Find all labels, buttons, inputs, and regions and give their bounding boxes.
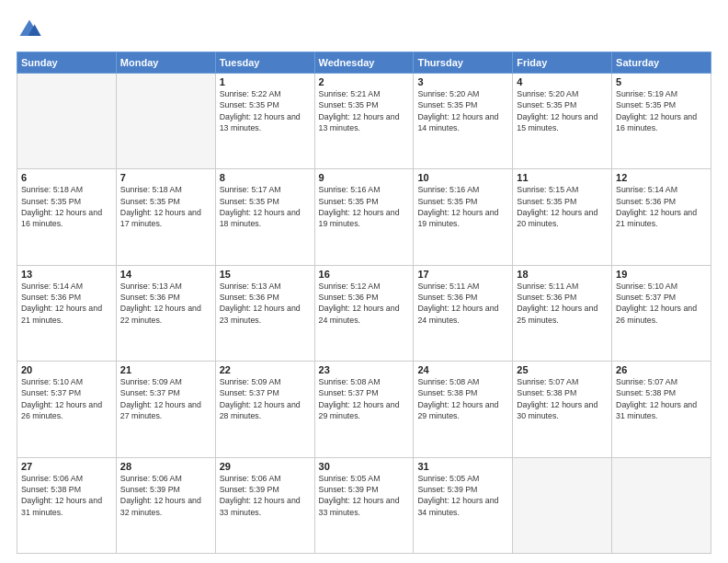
calendar-day-cell: [17, 74, 117, 169]
day-number: 11: [517, 172, 608, 183]
calendar-day-cell: 5Sunrise: 5:19 AM Sunset: 5:35 PM Daylig…: [612, 74, 711, 169]
day-info: Sunrise: 5:05 AM Sunset: 5:39 PM Dayligh…: [319, 473, 410, 518]
calendar-day-cell: 28Sunrise: 5:06 AM Sunset: 5:39 PM Dayli…: [116, 457, 215, 553]
day-number: 7: [120, 172, 211, 183]
day-info: Sunrise: 5:14 AM Sunset: 5:36 PM Dayligh…: [21, 281, 112, 326]
calendar-day-cell: 8Sunrise: 5:17 AM Sunset: 5:35 PM Daylig…: [215, 169, 314, 265]
day-info: Sunrise: 5:15 AM Sunset: 5:35 PM Dayligh…: [517, 184, 608, 229]
calendar-day-cell: 22Sunrise: 5:09 AM Sunset: 5:37 PM Dayli…: [215, 362, 314, 457]
day-number: 25: [517, 364, 608, 375]
calendar-week-row: 6Sunrise: 5:18 AM Sunset: 5:35 PM Daylig…: [17, 169, 711, 265]
day-number: 21: [120, 364, 211, 375]
day-number: 3: [417, 76, 508, 87]
day-number: 19: [616, 269, 707, 280]
calendar-day-cell: 14Sunrise: 5:13 AM Sunset: 5:36 PM Dayli…: [116, 265, 215, 361]
day-number: 26: [616, 364, 707, 375]
day-number: 15: [220, 269, 311, 280]
day-number: 2: [319, 76, 410, 87]
calendar-day-cell: 7Sunrise: 5:18 AM Sunset: 5:35 PM Daylig…: [116, 169, 215, 265]
day-info: Sunrise: 5:08 AM Sunset: 5:37 PM Dayligh…: [319, 376, 410, 421]
day-info: Sunrise: 5:18 AM Sunset: 5:35 PM Dayligh…: [21, 184, 112, 229]
day-of-week-header: Friday: [513, 52, 612, 74]
header: [17, 17, 711, 42]
day-of-week-header: Saturday: [612, 52, 711, 74]
day-of-week-header: Monday: [116, 52, 215, 74]
calendar-day-cell: 15Sunrise: 5:13 AM Sunset: 5:36 PM Dayli…: [215, 265, 314, 361]
logo-icon: [17, 17, 42, 42]
day-info: Sunrise: 5:21 AM Sunset: 5:35 PM Dayligh…: [319, 88, 410, 133]
calendar-day-cell: 27Sunrise: 5:06 AM Sunset: 5:38 PM Dayli…: [17, 457, 117, 553]
day-info: Sunrise: 5:10 AM Sunset: 5:37 PM Dayligh…: [616, 281, 707, 326]
day-number: 10: [417, 172, 508, 183]
day-of-week-header: Sunday: [17, 52, 117, 74]
day-info: Sunrise: 5:19 AM Sunset: 5:35 PM Dayligh…: [616, 88, 707, 133]
day-number: 6: [21, 172, 112, 183]
day-info: Sunrise: 5:11 AM Sunset: 5:36 PM Dayligh…: [417, 281, 508, 326]
calendar-day-cell: [116, 74, 215, 169]
day-of-week-header: Thursday: [414, 52, 513, 74]
day-info: Sunrise: 5:05 AM Sunset: 5:39 PM Dayligh…: [417, 473, 508, 518]
day-number: 4: [517, 76, 608, 87]
calendar-day-cell: 29Sunrise: 5:06 AM Sunset: 5:39 PM Dayli…: [215, 457, 314, 553]
calendar-day-cell: 19Sunrise: 5:10 AM Sunset: 5:37 PM Dayli…: [612, 265, 711, 361]
day-number: 31: [417, 461, 508, 472]
day-info: Sunrise: 5:07 AM Sunset: 5:38 PM Dayligh…: [616, 376, 707, 421]
day-info: Sunrise: 5:17 AM Sunset: 5:35 PM Dayligh…: [220, 184, 311, 229]
day-info: Sunrise: 5:13 AM Sunset: 5:36 PM Dayligh…: [120, 281, 211, 326]
day-info: Sunrise: 5:09 AM Sunset: 5:37 PM Dayligh…: [120, 376, 211, 421]
day-info: Sunrise: 5:16 AM Sunset: 5:35 PM Dayligh…: [319, 184, 410, 229]
calendar: SundayMondayTuesdayWednesdayThursdayFrid…: [17, 52, 711, 554]
calendar-day-cell: 31Sunrise: 5:05 AM Sunset: 5:39 PM Dayli…: [414, 457, 513, 553]
day-number: 16: [319, 269, 410, 280]
day-number: 22: [220, 364, 311, 375]
calendar-header-row: SundayMondayTuesdayWednesdayThursdayFrid…: [17, 52, 711, 74]
logo: [17, 17, 46, 42]
day-number: 30: [319, 461, 410, 472]
calendar-day-cell: 23Sunrise: 5:08 AM Sunset: 5:37 PM Dayli…: [314, 362, 414, 457]
calendar-day-cell: 2Sunrise: 5:21 AM Sunset: 5:35 PM Daylig…: [314, 74, 414, 169]
day-info: Sunrise: 5:14 AM Sunset: 5:36 PM Dayligh…: [616, 184, 707, 229]
day-info: Sunrise: 5:12 AM Sunset: 5:36 PM Dayligh…: [319, 281, 410, 326]
day-number: 14: [120, 269, 211, 280]
day-number: 24: [417, 364, 508, 375]
calendar-day-cell: 12Sunrise: 5:14 AM Sunset: 5:36 PM Dayli…: [612, 169, 711, 265]
day-number: 12: [616, 172, 707, 183]
day-number: 13: [21, 269, 112, 280]
calendar-day-cell: 10Sunrise: 5:16 AM Sunset: 5:35 PM Dayli…: [414, 169, 513, 265]
day-number: 17: [417, 269, 508, 280]
day-info: Sunrise: 5:11 AM Sunset: 5:36 PM Dayligh…: [517, 281, 608, 326]
day-number: 1: [220, 76, 311, 87]
day-number: 23: [319, 364, 410, 375]
calendar-day-cell: 16Sunrise: 5:12 AM Sunset: 5:36 PM Dayli…: [314, 265, 414, 361]
day-number: 27: [21, 461, 112, 472]
calendar-day-cell: 25Sunrise: 5:07 AM Sunset: 5:38 PM Dayli…: [513, 362, 612, 457]
day-number: 5: [616, 76, 707, 87]
calendar-week-row: 13Sunrise: 5:14 AM Sunset: 5:36 PM Dayli…: [17, 265, 711, 361]
calendar-day-cell: [513, 457, 612, 553]
day-number: 28: [120, 461, 211, 472]
day-number: 20: [21, 364, 112, 375]
calendar-day-cell: 11Sunrise: 5:15 AM Sunset: 5:35 PM Dayli…: [513, 169, 612, 265]
calendar-day-cell: 30Sunrise: 5:05 AM Sunset: 5:39 PM Dayli…: [314, 457, 414, 553]
day-info: Sunrise: 5:13 AM Sunset: 5:36 PM Dayligh…: [220, 281, 311, 326]
day-of-week-header: Tuesday: [215, 52, 314, 74]
calendar-week-row: 1Sunrise: 5:22 AM Sunset: 5:35 PM Daylig…: [17, 74, 711, 169]
calendar-day-cell: 17Sunrise: 5:11 AM Sunset: 5:36 PM Dayli…: [414, 265, 513, 361]
day-info: Sunrise: 5:06 AM Sunset: 5:39 PM Dayligh…: [220, 473, 311, 518]
day-info: Sunrise: 5:07 AM Sunset: 5:38 PM Dayligh…: [517, 376, 608, 421]
calendar-day-cell: 24Sunrise: 5:08 AM Sunset: 5:38 PM Dayli…: [414, 362, 513, 457]
calendar-week-row: 27Sunrise: 5:06 AM Sunset: 5:38 PM Dayli…: [17, 457, 711, 553]
day-info: Sunrise: 5:18 AM Sunset: 5:35 PM Dayligh…: [120, 184, 211, 229]
day-number: 18: [517, 269, 608, 280]
calendar-day-cell: 4Sunrise: 5:20 AM Sunset: 5:35 PM Daylig…: [513, 74, 612, 169]
calendar-day-cell: 6Sunrise: 5:18 AM Sunset: 5:35 PM Daylig…: [17, 169, 117, 265]
calendar-day-cell: 21Sunrise: 5:09 AM Sunset: 5:37 PM Dayli…: [116, 362, 215, 457]
calendar-day-cell: 9Sunrise: 5:16 AM Sunset: 5:35 PM Daylig…: [314, 169, 414, 265]
calendar-day-cell: 18Sunrise: 5:11 AM Sunset: 5:36 PM Dayli…: [513, 265, 612, 361]
calendar-week-row: 20Sunrise: 5:10 AM Sunset: 5:37 PM Dayli…: [17, 362, 711, 457]
calendar-day-cell: [612, 457, 711, 553]
day-number: 8: [220, 172, 311, 183]
day-info: Sunrise: 5:09 AM Sunset: 5:37 PM Dayligh…: [220, 376, 311, 421]
day-info: Sunrise: 5:06 AM Sunset: 5:38 PM Dayligh…: [21, 473, 112, 518]
day-info: Sunrise: 5:16 AM Sunset: 5:35 PM Dayligh…: [417, 184, 508, 229]
